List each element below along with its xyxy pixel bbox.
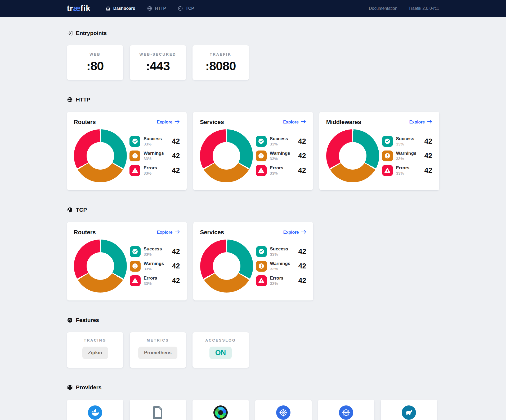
- success-check-icon: [256, 136, 267, 147]
- stat-success: Success33% 42: [130, 246, 180, 257]
- stat-count: 42: [298, 247, 306, 256]
- stat-count: 42: [172, 166, 180, 175]
- nav-tab-http[interactable]: HTTP: [147, 6, 166, 11]
- provider-card-kubernetes-crd[interactable]: KubernetesCRD: [318, 400, 374, 420]
- entrypoint-port: :80: [70, 59, 121, 73]
- http-routers-card: Routers Explore Success33% 42 Warnings3: [67, 112, 187, 190]
- warning-icon: [382, 151, 393, 161]
- http-services-card: Services Explore Success33% 42 Warnings: [193, 112, 313, 190]
- feature-card-tracing: TRACING Zipkin: [67, 332, 123, 368]
- providers-section: Providers Docker File Marathon: [67, 384, 439, 420]
- traefik-logo: træfik: [67, 4, 91, 13]
- entrypoint-card-web: WEB :80: [67, 45, 123, 80]
- explore-link[interactable]: Explore: [283, 230, 306, 235]
- feature-label: TRACING: [70, 338, 121, 342]
- stat-warnings: Warnings33% 42: [382, 151, 432, 161]
- stat-success: Success33% 42: [256, 246, 306, 257]
- feature-value-pill: Zipkin: [82, 347, 108, 359]
- explore-link[interactable]: Explore: [157, 230, 180, 235]
- provider-card-marathon[interactable]: Marathon: [192, 400, 249, 420]
- arrow-right-icon: [427, 120, 432, 125]
- section-title: Features: [76, 317, 99, 323]
- stat-warnings: Warnings33% 42: [130, 261, 180, 272]
- http-section: HTTP Routers Explore Success33% 42: [67, 96, 439, 190]
- stat-warnings: Warnings33% 42: [256, 261, 306, 272]
- version-label: Traefik 2.0.0-rc1: [409, 6, 439, 11]
- donut-chart: [200, 129, 253, 182]
- section-title: Providers: [76, 384, 102, 391]
- nav-tab-dashboard[interactable]: Dashboard: [105, 6, 136, 11]
- provider-card-docker[interactable]: Docker: [67, 400, 123, 420]
- stat-count: 42: [424, 152, 432, 160]
- nav-tab-label: HTTP: [155, 6, 166, 11]
- stat-errors: Errors33% 42: [129, 165, 180, 176]
- package-icon: [67, 384, 73, 390]
- card-title: Middlewares: [326, 119, 361, 126]
- feature-card-accesslog: ACCESSLOG ON: [192, 332, 249, 368]
- explore-link[interactable]: Explore: [409, 120, 432, 125]
- entrypoint-port: :8080: [195, 59, 246, 73]
- nav-tab-label: Dashboard: [113, 6, 136, 11]
- error-triangle-icon: [256, 165, 267, 176]
- arrow-right-icon: [175, 230, 180, 235]
- card-title: Routers: [74, 229, 96, 236]
- entrypoint-label: WEB-SECURED: [132, 52, 183, 56]
- donut-chart: [74, 129, 127, 182]
- top-navbar: træfik Dashboard HTTP TCP Documentation …: [0, 0, 506, 17]
- logo-text-2: fik: [80, 4, 91, 13]
- stat-count: 42: [424, 137, 432, 145]
- tcp-services-card: Services Explore Success33% 42 Warnings: [193, 222, 313, 300]
- stat-warnings: Warnings33% 42: [256, 151, 306, 161]
- stat-count: 42: [298, 137, 306, 145]
- stat-count: 42: [172, 262, 180, 270]
- feature-value-pill: Prometheus: [138, 347, 177, 359]
- stat-success: Success33% 42: [256, 136, 306, 147]
- provider-card-rancher[interactable]: Rancher: [381, 400, 437, 420]
- stat-count: 42: [298, 277, 306, 285]
- home-icon: [105, 6, 111, 11]
- entrypoint-card-traefik: TRAEFIK :8080: [192, 45, 249, 80]
- stat-errors: Errors33% 42: [256, 165, 306, 176]
- marathon-icon: [213, 405, 228, 420]
- globe-icon: [67, 97, 73, 103]
- logo-text: tr: [67, 4, 73, 13]
- donut-chart: [326, 129, 379, 182]
- stat-count: 42: [298, 262, 306, 270]
- stat-success: Success33% 42: [129, 136, 180, 147]
- warning-icon: [256, 261, 267, 272]
- stat-count: 42: [172, 277, 180, 285]
- feature-label: ACCESSLOG: [195, 338, 246, 342]
- documentation-link[interactable]: Documentation: [369, 6, 397, 11]
- stat-count: 42: [298, 152, 306, 160]
- arrow-right-icon: [301, 230, 306, 235]
- stat-success: Success33% 42: [382, 136, 432, 147]
- nav-tab-tcp[interactable]: TCP: [178, 6, 194, 11]
- success-check-icon: [256, 246, 267, 257]
- http-middlewares-card: Middlewares Explore Success33% 42 Warni: [319, 112, 439, 190]
- docker-icon: [88, 405, 102, 420]
- stat-count: 42: [424, 166, 432, 175]
- success-check-icon: [382, 136, 393, 147]
- explore-link[interactable]: Explore: [157, 120, 180, 125]
- features-section: Features TRACING Zipkin METRICS Promethe…: [67, 317, 439, 368]
- entrypoints-section: Entrypoints WEB :80 WEB-SECURED :443 TRA…: [67, 30, 439, 80]
- entrypoints-icon: [67, 30, 73, 36]
- donut-chart: [74, 240, 127, 293]
- warning-icon: [129, 151, 140, 161]
- globe-icon: [147, 6, 152, 11]
- features-icon: [67, 317, 73, 323]
- warning-icon: [256, 151, 267, 161]
- provider-card-file[interactable]: File: [130, 400, 186, 420]
- provider-card-kubernetes-ingress[interactable]: KubernetesIngress: [255, 400, 312, 420]
- tcp-icon: [67, 207, 73, 213]
- explore-link[interactable]: Explore: [283, 120, 306, 125]
- tcp-icon: [178, 6, 183, 11]
- card-title: Services: [200, 229, 224, 236]
- section-title: Entrypoints: [76, 30, 107, 36]
- success-check-icon: [130, 246, 141, 257]
- card-title: Services: [200, 119, 224, 126]
- entrypoint-port: :443: [132, 59, 183, 73]
- feature-label: METRICS: [132, 338, 183, 342]
- error-triangle-icon: [382, 165, 393, 176]
- error-triangle-icon: [256, 275, 267, 286]
